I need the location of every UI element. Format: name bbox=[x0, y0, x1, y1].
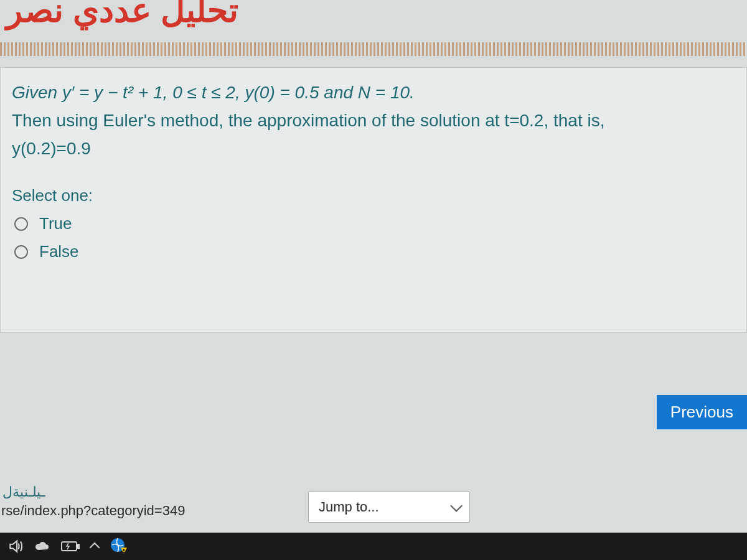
question-line2: Then using Euler's method, the approxima… bbox=[12, 111, 604, 130]
radio-false[interactable] bbox=[14, 245, 28, 259]
taskbar bbox=[0, 533, 747, 560]
question-math-expression: y′ = y − t² + 1, 0 ≤ t ≤ 2, y(0) = 0.5 a… bbox=[62, 83, 415, 102]
chevron-down-icon bbox=[450, 500, 463, 512]
svg-rect-4 bbox=[123, 552, 125, 553]
jump-to-select[interactable]: Jump to... bbox=[308, 492, 470, 523]
options-group: True False bbox=[12, 214, 735, 261]
option-label-true[interactable]: True bbox=[39, 214, 72, 233]
header-divider bbox=[0, 42, 747, 56]
radio-true[interactable] bbox=[14, 217, 28, 231]
option-true[interactable]: True bbox=[12, 214, 735, 233]
option-label-false[interactable]: False bbox=[39, 242, 79, 261]
speaker-icon[interactable] bbox=[7, 538, 24, 554]
url-status-text: rse/index.php?categoryid=349 bbox=[0, 503, 185, 519]
cloud-icon[interactable] bbox=[35, 539, 50, 554]
question-card: Given y′ = y − t² + 1, 0 ≤ t ≤ 2, y(0) =… bbox=[0, 67, 747, 333]
question-text: Given y′ = y − t² + 1, 0 ≤ t ≤ 2, y(0) =… bbox=[12, 79, 735, 162]
jump-to-label: Jump to... bbox=[319, 499, 379, 515]
question-given-prefix: Given bbox=[12, 83, 62, 102]
select-one-label: Select one: bbox=[12, 186, 735, 205]
course-title-arabic: تحليل عددي نصر bbox=[0, 0, 238, 30]
svg-rect-1 bbox=[77, 544, 79, 548]
previous-button[interactable]: Previous bbox=[657, 395, 747, 429]
battery-charging-icon[interactable] bbox=[61, 540, 80, 553]
svg-rect-3 bbox=[123, 549, 125, 551]
globe-warning-icon[interactable] bbox=[110, 537, 128, 556]
arabic-link-label[interactable]: ـيلـنيةل bbox=[0, 484, 45, 500]
caret-up-icon[interactable] bbox=[91, 541, 98, 551]
question-line3: y(0.2)=0.9 bbox=[12, 139, 91, 158]
option-false[interactable]: False bbox=[12, 242, 735, 261]
